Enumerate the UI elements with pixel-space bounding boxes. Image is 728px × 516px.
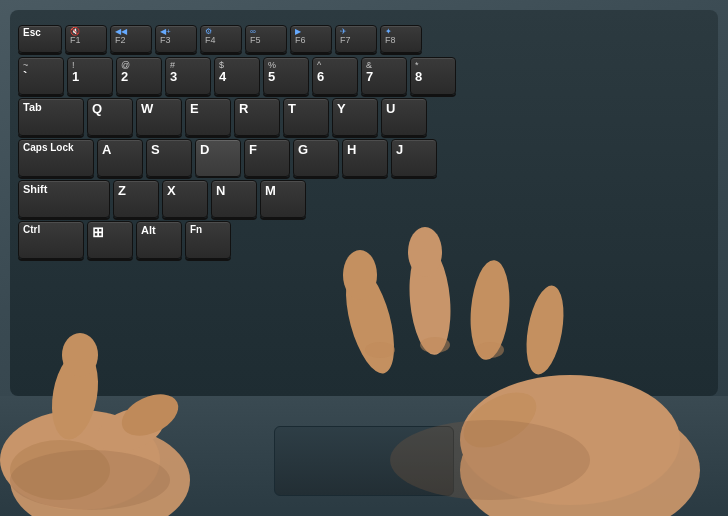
key-j[interactable]: J (391, 139, 437, 177)
key-6[interactable]: ^ 6 (312, 57, 358, 95)
key-ctrl-left[interactable]: Ctrl (18, 221, 84, 259)
key-e[interactable]: E (185, 98, 231, 136)
key-shift-left[interactable]: Shift (18, 180, 110, 218)
laptop-bezel (0, 396, 728, 516)
key-5[interactable]: % 5 (263, 57, 309, 95)
key-n[interactable]: N (211, 180, 257, 218)
key-3[interactable]: # 3 (165, 57, 211, 95)
key-y[interactable]: Y (332, 98, 378, 136)
key-h[interactable]: H (342, 139, 388, 177)
key-f6[interactable]: ▶ F6 (290, 25, 332, 53)
asdf-row: Caps Lock A S D F G H (18, 139, 710, 177)
touchpad[interactable] (274, 426, 454, 496)
key-f5[interactable]: ∞ F5 (245, 25, 287, 53)
key-f[interactable]: F (244, 139, 290, 177)
key-f7[interactable]: ✈ F7 (335, 25, 377, 53)
key-z[interactable]: Z (113, 180, 159, 218)
key-f2[interactable]: ◀◀ F2 (110, 25, 152, 53)
key-1[interactable]: ! 1 (67, 57, 113, 95)
key-d[interactable]: D (195, 139, 241, 177)
key-fn[interactable]: Fn (185, 221, 231, 259)
key-f3[interactable]: ◀+ F3 (155, 25, 197, 53)
key-s[interactable]: S (146, 139, 192, 177)
key-g[interactable]: G (293, 139, 339, 177)
qwerty-row: Tab Q W E R T Y (18, 98, 710, 136)
key-f8[interactable]: ✦ F8 (380, 25, 422, 53)
number-row: ~ ` ! 1 @ 2 # 3 $ 4 (18, 57, 710, 95)
key-r[interactable]: R (234, 98, 280, 136)
key-x[interactable]: X (162, 180, 208, 218)
key-backtick[interactable]: ~ ` (18, 57, 64, 95)
key-t[interactable]: T (283, 98, 329, 136)
keyboard-base: Esc 🔇 F1 ◀◀ F2 ◀+ F3 ⚙ F4 (10, 10, 718, 396)
key-u[interactable]: U (381, 98, 427, 136)
fn-row: Esc 🔇 F1 ◀◀ F2 ◀+ F3 ⚙ F4 (18, 25, 710, 53)
key-f4[interactable]: ⚙ F4 (200, 25, 242, 53)
key-m[interactable]: M (260, 180, 306, 218)
key-esc[interactable]: Esc (18, 25, 62, 53)
bottom-row: Ctrl ⊞ Alt Fn (18, 221, 710, 259)
key-f1[interactable]: 🔇 F1 (65, 25, 107, 53)
key-alt-left[interactable]: Alt (136, 221, 182, 259)
key-2[interactable]: @ 2 (116, 57, 162, 95)
key-7[interactable]: & 7 (361, 57, 407, 95)
key-w[interactable]: W (136, 98, 182, 136)
key-q[interactable]: Q (87, 98, 133, 136)
key-4[interactable]: $ 4 (214, 57, 260, 95)
key-a[interactable]: A (97, 139, 143, 177)
zxcv-row: Shift Z X N M (18, 180, 710, 218)
key-windows[interactable]: ⊞ (87, 221, 133, 259)
key-caps-lock[interactable]: Caps Lock (18, 139, 94, 177)
key-tab[interactable]: Tab (18, 98, 84, 136)
key-8[interactable]: * 8 (410, 57, 456, 95)
keyboard-container: Esc 🔇 F1 ◀◀ F2 ◀+ F3 ⚙ F4 (0, 0, 728, 516)
